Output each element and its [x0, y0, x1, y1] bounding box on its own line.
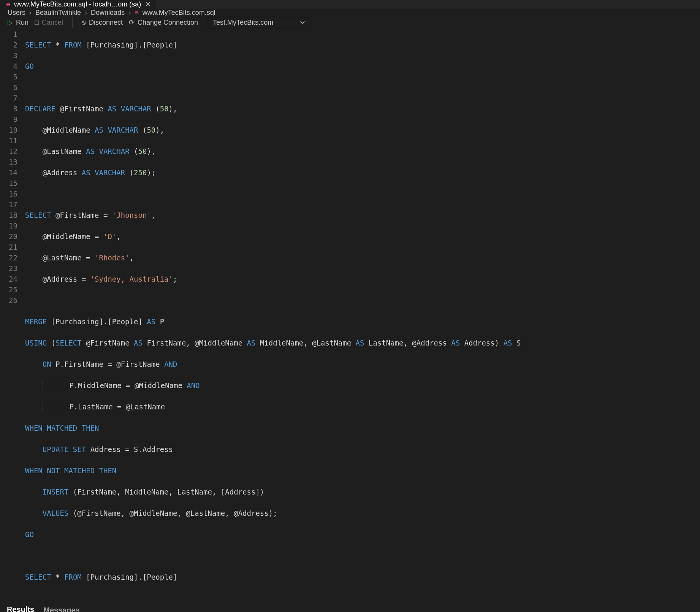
connection-selected-value: Test.MyTecBits.com — [213, 19, 273, 27]
code-area[interactable]: SELECT * FROM [Purchasing].[People] GO D… — [25, 29, 700, 604]
editor-toolbar: ▷ Run □ Cancel ⎋ Disconnect ⟳ Change Con… — [0, 17, 700, 28]
breadcrumb: Users › BeaulinTwinkle › Downloads › ≡ w… — [0, 9, 700, 17]
change-connection-label: Change Connection — [138, 19, 198, 27]
tab-bar: ≡ www.MyTecBits.com.sql - localh…om (sa)… — [0, 0, 700, 9]
breadcrumb-item[interactable]: Downloads — [91, 9, 125, 17]
close-icon[interactable]: ✕ — [145, 0, 151, 9]
stop-icon: □ — [35, 19, 39, 27]
database-icon: ≡ — [6, 0, 10, 9]
chevron-right-icon: › — [128, 9, 131, 17]
chevron-down-icon — [300, 20, 305, 25]
refresh-icon: ⟳ — [129, 18, 135, 27]
breadcrumb-item[interactable]: BeaulinTwinkle — [35, 9, 81, 17]
chevron-right-icon: › — [29, 9, 32, 17]
results-tabbar: Results Messages — [0, 605, 700, 612]
breadcrumb-item[interactable]: www.MyTecBits.com.sql — [143, 9, 215, 17]
separator — [72, 17, 73, 28]
change-connection-button[interactable]: ⟳ Change Connection — [129, 18, 198, 27]
cancel-button-label: Cancel — [42, 19, 63, 27]
play-icon: ▷ — [8, 18, 13, 27]
breadcrumb-item[interactable]: Users — [8, 9, 25, 17]
tab-messages[interactable]: Messages — [43, 606, 80, 612]
cancel-button[interactable]: □ Cancel — [35, 19, 63, 27]
tab-title: www.MyTecBits.com.sql - localh…om (sa) — [14, 0, 141, 8]
code-editor[interactable]: 1234567891011121314151617181920212223242… — [0, 28, 700, 605]
run-button[interactable]: ▷ Run — [8, 18, 29, 27]
chevron-right-icon: › — [85, 9, 87, 17]
database-icon: ≡ — [135, 9, 139, 17]
run-button-label: Run — [16, 19, 29, 27]
tab-results[interactable]: Results — [7, 605, 34, 612]
connection-select[interactable]: Test.MyTecBits.com — [208, 17, 309, 28]
disconnect-button[interactable]: ⎋ Disconnect — [82, 19, 123, 27]
editor-tab[interactable]: ≡ www.MyTecBits.com.sql - localh…om (sa)… — [0, 0, 157, 9]
disconnect-button-label: Disconnect — [89, 19, 123, 27]
editor-gutter: 1234567891011121314151617181920212223242… — [0, 29, 25, 604]
disconnect-icon: ⎋ — [82, 19, 86, 27]
